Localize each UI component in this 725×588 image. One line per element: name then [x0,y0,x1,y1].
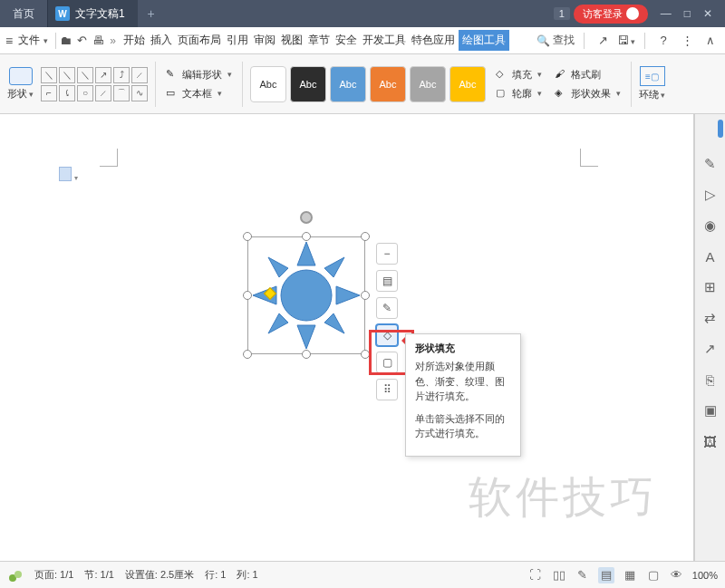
close-button[interactable]: ✕ [703,7,712,20]
resize-handle-w[interactable] [243,291,252,300]
sidebar-settings-icon[interactable]: ⇄ [702,310,719,326]
help-icon[interactable]: ? [654,34,672,47]
canvas[interactable]: ▾ [0,114,694,561]
view-eye-icon[interactable]: 👁 [669,567,685,583]
floating-toolbar: − ▤ ✎ ◇ ▢ ⠿ [376,243,398,400]
view-reading-icon[interactable]: ▯▯ [551,567,567,583]
view-web-icon[interactable]: ▢ [645,567,662,583]
status-row[interactable]: 行: 1 [205,568,226,582]
line-icon[interactable]: ⌒ [113,85,130,101]
file-menu[interactable]: 文件 [18,33,48,48]
qat-more[interactable]: » [110,34,116,47]
share-icon[interactable]: ↗ [594,34,612,47]
more-icon[interactable]: ⋮ [678,34,696,47]
collapse-ribbon-icon[interactable]: ∧ [701,34,720,47]
menu-insert[interactable]: 插入 [149,30,174,51]
resize-handle-sw[interactable] [243,350,252,359]
tab-new-button[interactable]: + [138,0,165,27]
tab-home[interactable]: 首页 [0,0,48,27]
minimize-button[interactable]: — [661,7,672,20]
notification-badge[interactable]: 1 [554,7,570,20]
status-page[interactable]: 页面: 1/1 [34,568,73,582]
style-black[interactable]: Abc [290,66,326,102]
format-painter-button[interactable]: 🖌格式刷 [552,67,624,82]
login-button[interactable]: 访客登录 [574,5,648,24]
menu-drawingtools[interactable]: 绘图工具 [459,30,509,51]
line-icon[interactable]: ↗ [95,67,111,83]
menu-security[interactable]: 安全 [334,30,359,51]
menu-section[interactable]: 章节 [306,30,332,51]
line-icon[interactable]: ⤹ [59,85,75,101]
style-yellow[interactable]: Abc [450,66,486,102]
style-white[interactable]: Abc [250,66,286,102]
resize-handle-nw[interactable] [243,232,252,241]
menu-view[interactable]: 视图 [279,30,304,51]
style-gray[interactable]: Abc [410,66,446,102]
menu-devtools[interactable]: 开发工具 [361,30,408,51]
shape-selection[interactable] [247,236,365,354]
view-print-icon[interactable]: ▤ [598,567,614,583]
resize-handle-e[interactable] [361,291,370,300]
sidebar-layout-icon[interactable]: ▣ [702,402,719,419]
sidebar-image-icon[interactable]: 🖼 [702,433,719,449]
wrap-button[interactable]: ≡▢ 环绕 [639,66,665,101]
window-controls: — □ ✕ [652,7,721,20]
tab-document[interactable]: W 文字文稿1 [48,0,138,27]
sidebar-table-icon[interactable]: ⊞ [702,279,719,295]
sidebar-clipboard-icon[interactable]: ⎘ [702,371,719,388]
sidebar-text-icon[interactable]: A [702,248,719,265]
menu-pagelayout[interactable]: 页面布局 [176,30,223,51]
shape-gallery-button[interactable]: 形状 [7,67,34,101]
resize-handle-n[interactable] [302,232,311,241]
menu-start[interactable]: 开始 [121,30,147,51]
sidebar-select-icon[interactable]: ▷ [702,187,719,203]
line-icon[interactable]: ○ [77,85,93,101]
menu-special[interactable]: 特色应用 [410,30,457,51]
qat-undo-icon[interactable]: ↶ [77,34,87,47]
rotate-handle[interactable] [300,211,313,224]
line-icon[interactable]: ⟋ [95,85,111,101]
line-icon[interactable]: ⤴ [113,67,130,83]
view-fullscreen-icon[interactable]: ⛶ [527,567,544,583]
fill-button[interactable]: ◇填充 [493,67,545,82]
view-outline-icon[interactable]: ▦ [622,567,638,583]
line-icon[interactable]: ＼ [41,67,57,83]
float-more-button[interactable]: ⠿ [376,379,398,400]
status-setting[interactable]: 设置值: 2.5厘米 [125,568,194,582]
line-icon[interactable]: ⟋ [131,67,148,83]
sidebar-share-icon[interactable]: ↗ [702,341,719,357]
maximize-button[interactable]: □ [684,7,691,20]
status-col[interactable]: 列: 1 [237,568,257,582]
textbox-button[interactable]: ▭文本框 [163,86,235,101]
line-icon[interactable]: ⌐ [41,85,57,101]
outline-button[interactable]: ▢轮廓 [493,86,545,101]
line-icon[interactable]: ＼ [59,67,75,83]
view-edit-icon[interactable]: ✎ [575,567,591,583]
paragraph-icon[interactable] [59,167,72,181]
menu-review[interactable]: 审阅 [252,30,277,51]
sidebar-shape-icon[interactable]: ◉ [702,217,719,234]
hamburger-icon[interactable]: ≡ [5,34,13,48]
resize-handle-ne[interactable] [361,232,370,241]
resize-handle-s[interactable] [302,350,311,359]
qat-save-icon[interactable]: 🖿 [60,34,72,47]
float-layout-button[interactable]: ▤ [376,270,398,292]
shape-effects-button[interactable]: ◈形状效果 [552,86,624,101]
line-icon[interactable]: ＼ [77,67,93,83]
lines-gallery[interactable]: ＼＼＼↗⤴⟋ ⌐⤹○⟋⌒∿ [41,67,148,101]
save-cloud-icon[interactable]: 🖫 [617,34,635,47]
float-collapse-button[interactable]: − [376,243,398,265]
float-eyedropper-button[interactable]: ✎ [376,297,398,319]
qat-print-icon[interactable]: 🖶 [92,34,104,47]
style-blue[interactable]: Abc [330,66,366,102]
edit-shape-button[interactable]: ✎编辑形状 [163,67,235,82]
paragraph-dropdown-icon[interactable]: ▾ [74,174,78,182]
sidebar-edit-icon[interactable]: ✎ [702,156,719,172]
search-button[interactable]: 🔍 查找 [536,33,575,48]
status-section[interactable]: 节: 1/1 [84,568,113,582]
menu-reference[interactable]: 引用 [225,30,250,51]
menubar: ≡ 文件 🖿 ↶ 🖶 » 开始 插入 页面布局 引用 审阅 视图 章节 安全 开… [0,27,725,54]
zoom-level[interactable]: 100% [692,570,718,581]
style-orange[interactable]: Abc [370,66,406,102]
line-icon[interactable]: ∿ [131,85,148,101]
